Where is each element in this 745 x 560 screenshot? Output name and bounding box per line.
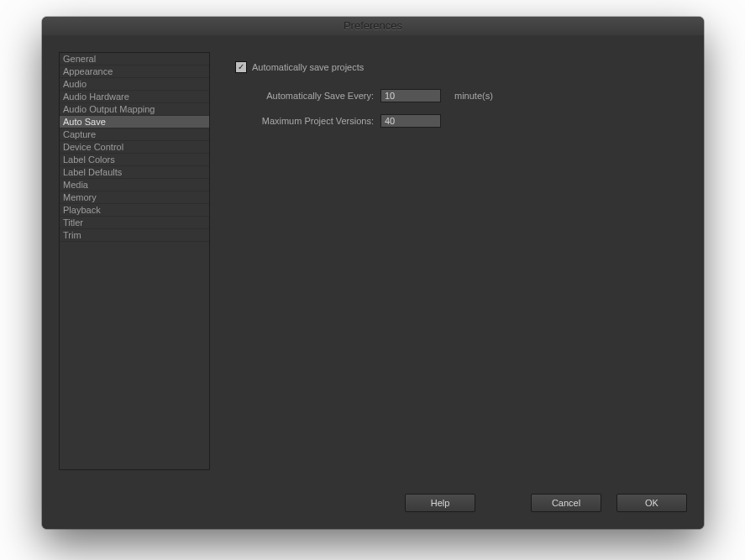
autosave-interval-input[interactable]	[380, 89, 441, 102]
window-titlebar: Preferences	[42, 17, 704, 36]
sidebar-item-trim[interactable]: Trim	[60, 229, 209, 242]
sidebar-item-titler[interactable]: Titler	[60, 217, 209, 229]
sidebar-item-label-defaults[interactable]: Label Defaults	[60, 166, 209, 179]
max-versions-row: Maximum Project Versions:	[235, 113, 679, 129]
autosave-interval-label: Automatically Save Every:	[235, 91, 380, 101]
preferences-dialog: Preferences GeneralAppearanceAudioAudio …	[42, 17, 704, 529]
sidebar-item-audio-output-mapping[interactable]: Audio Output Mapping	[60, 103, 209, 116]
settings-panel: ✓ Automatically save projects Automatica…	[210, 52, 687, 470]
sidebar-item-media[interactable]: Media	[60, 179, 209, 191]
help-button[interactable]: Help	[405, 494, 475, 512]
sidebar-item-device-control[interactable]: Device Control	[60, 141, 209, 154]
autosave-checkbox-label: Automatically save projects	[252, 62, 364, 72]
autosave-checkbox[interactable]: ✓	[235, 61, 247, 73]
autosave-interval-unit: minute(s)	[454, 91, 493, 101]
sidebar-item-auto-save[interactable]: Auto Save	[60, 116, 209, 128]
sidebar-item-general[interactable]: General	[60, 53, 209, 65]
sidebar-item-audio-hardware[interactable]: Audio Hardware	[60, 91, 209, 103]
autosave-checkbox-row[interactable]: ✓ Automatically save projects	[235, 59, 679, 76]
dialog-body: GeneralAppearanceAudioAudio HardwareAudi…	[42, 35, 704, 529]
sidebar-item-memory[interactable]: Memory	[60, 191, 209, 204]
sidebar-item-audio[interactable]: Audio	[60, 78, 209, 91]
ok-button[interactable]: OK	[616, 494, 687, 512]
autosave-interval-row: Automatically Save Every: minute(s)	[235, 87, 679, 104]
sidebar-item-capture[interactable]: Capture	[60, 128, 209, 141]
sidebar-item-playback[interactable]: Playback	[60, 204, 209, 217]
window-title: Preferences	[344, 19, 402, 32]
max-versions-input[interactable]	[380, 114, 441, 128]
sidebar-item-appearance[interactable]: Appearance	[60, 65, 209, 78]
max-versions-label: Maximum Project Versions:	[235, 116, 380, 126]
sidebar-item-label-colors[interactable]: Label Colors	[60, 154, 209, 166]
category-sidebar: GeneralAppearanceAudioAudio HardwareAudi…	[59, 52, 210, 470]
dialog-button-bar: Help Cancel OK	[59, 494, 687, 512]
cancel-button[interactable]: Cancel	[531, 494, 601, 512]
